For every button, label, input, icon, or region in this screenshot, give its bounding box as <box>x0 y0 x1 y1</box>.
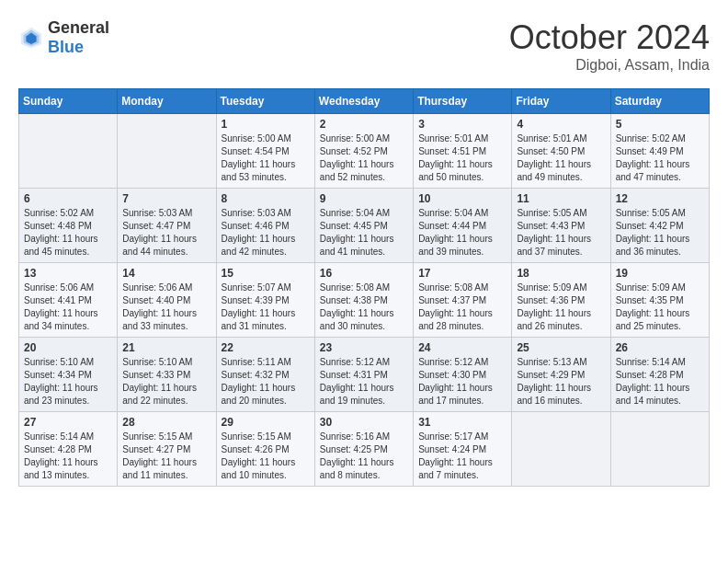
calendar-cell: 2 Sunrise: 5:00 AM Sunset: 4:52 PM Dayli… <box>314 114 413 189</box>
calendar-cell: 10 Sunrise: 5:04 AM Sunset: 4:44 PM Dayl… <box>414 189 512 263</box>
sunrise-text: Sunrise: 5:12 AM <box>320 357 390 367</box>
daylight-text: Daylight: 11 hours and 47 minutes. <box>616 159 690 182</box>
day-number: 12 <box>616 192 704 205</box>
sunrise-text: Sunrise: 5:07 AM <box>222 282 291 293</box>
day-info: Sunrise: 5:04 AM Sunset: 4:44 PM Dayligh… <box>418 207 506 259</box>
weekday-header-sunday: Sunday <box>19 89 118 114</box>
calendar-cell: 15 Sunrise: 5:07 AM Sunset: 4:39 PM Dayl… <box>216 263 314 338</box>
sunset-text: Sunset: 4:41 PM <box>24 295 92 305</box>
sunset-text: Sunset: 4:28 PM <box>24 444 92 454</box>
sunrise-text: Sunrise: 5:09 AM <box>517 282 586 293</box>
day-info: Sunrise: 5:05 AM Sunset: 4:43 PM Dayligh… <box>517 207 605 259</box>
daylight-text: Daylight: 11 hours and 44 minutes. <box>122 234 197 257</box>
sunset-text: Sunset: 4:51 PM <box>418 146 486 156</box>
sunset-text: Sunset: 4:43 PM <box>517 221 585 231</box>
sunset-text: Sunset: 4:38 PM <box>320 295 388 305</box>
calendar-cell <box>19 114 118 189</box>
daylight-text: Daylight: 11 hours and 11 minutes. <box>122 457 197 480</box>
day-info: Sunrise: 5:06 AM Sunset: 4:41 PM Dayligh… <box>24 282 112 333</box>
calendar-cell: 16 Sunrise: 5:08 AM Sunset: 4:38 PM Dayl… <box>314 263 413 338</box>
weekday-header-friday: Friday <box>512 89 610 114</box>
calendar-cell: 8 Sunrise: 5:03 AM Sunset: 4:46 PM Dayli… <box>216 189 314 263</box>
day-info: Sunrise: 5:13 AM Sunset: 4:29 PM Dayligh… <box>517 356 605 408</box>
calendar-cell: 27 Sunrise: 5:14 AM Sunset: 4:28 PM Dayl… <box>19 412 118 487</box>
day-info: Sunrise: 5:09 AM Sunset: 4:36 PM Dayligh… <box>517 282 605 333</box>
sunset-text: Sunset: 4:27 PM <box>122 444 190 454</box>
calendar-cell: 28 Sunrise: 5:15 AM Sunset: 4:27 PM Dayl… <box>118 412 216 487</box>
day-number: 8 <box>222 192 310 205</box>
sunrise-text: Sunrise: 5:10 AM <box>24 357 94 367</box>
day-info: Sunrise: 5:03 AM Sunset: 4:47 PM Dayligh… <box>122 207 210 259</box>
weekday-header-row: SundayMondayTuesdayWednesdayThursdayFrid… <box>19 89 710 114</box>
day-number: 28 <box>122 416 210 429</box>
sunrise-text: Sunrise: 5:03 AM <box>222 208 291 218</box>
sunset-text: Sunset: 4:40 PM <box>122 295 190 305</box>
day-number: 5 <box>616 118 704 131</box>
sunset-text: Sunset: 4:34 PM <box>24 370 92 380</box>
sunset-text: Sunset: 4:29 PM <box>517 370 585 380</box>
daylight-text: Daylight: 11 hours and 25 minutes. <box>616 308 690 331</box>
day-number: 24 <box>418 341 506 354</box>
calendar-cell <box>118 114 216 189</box>
sunset-text: Sunset: 4:30 PM <box>418 370 486 380</box>
calendar-cell: 23 Sunrise: 5:12 AM Sunset: 4:31 PM Dayl… <box>314 338 413 412</box>
sunset-text: Sunset: 4:54 PM <box>222 146 290 156</box>
sunrise-text: Sunrise: 5:09 AM <box>616 282 686 293</box>
day-number: 7 <box>122 192 210 205</box>
sunset-text: Sunset: 4:47 PM <box>122 221 190 231</box>
sunset-text: Sunset: 4:45 PM <box>320 221 388 231</box>
day-info: Sunrise: 5:12 AM Sunset: 4:31 PM Dayligh… <box>320 356 408 408</box>
logo-blue: Blue <box>48 38 84 56</box>
day-info: Sunrise: 5:16 AM Sunset: 4:25 PM Dayligh… <box>320 431 408 482</box>
day-number: 25 <box>517 341 605 354</box>
day-info: Sunrise: 5:05 AM Sunset: 4:42 PM Dayligh… <box>616 207 704 259</box>
logo: General Blue <box>18 18 109 57</box>
day-info: Sunrise: 5:02 AM Sunset: 4:48 PM Dayligh… <box>24 207 112 259</box>
calendar-cell: 7 Sunrise: 5:03 AM Sunset: 4:47 PM Dayli… <box>118 189 216 263</box>
sunrise-text: Sunrise: 5:14 AM <box>24 431 94 442</box>
daylight-text: Daylight: 11 hours and 50 minutes. <box>418 159 493 182</box>
daylight-text: Daylight: 11 hours and 19 minutes. <box>320 383 394 406</box>
day-info: Sunrise: 5:10 AM Sunset: 4:33 PM Dayligh… <box>122 356 210 408</box>
day-number: 16 <box>320 267 408 280</box>
day-info: Sunrise: 5:03 AM Sunset: 4:46 PM Dayligh… <box>222 207 310 259</box>
calendar-cell: 20 Sunrise: 5:10 AM Sunset: 4:34 PM Dayl… <box>19 338 118 412</box>
day-number: 2 <box>320 118 408 131</box>
sunset-text: Sunset: 4:24 PM <box>418 444 486 454</box>
daylight-text: Daylight: 11 hours and 22 minutes. <box>122 383 197 406</box>
sunset-text: Sunset: 4:48 PM <box>24 221 92 231</box>
sunrise-text: Sunrise: 5:05 AM <box>616 208 686 218</box>
day-number: 13 <box>24 267 112 280</box>
calendar-cell: 30 Sunrise: 5:16 AM Sunset: 4:25 PM Dayl… <box>314 412 413 487</box>
daylight-text: Daylight: 11 hours and 33 minutes. <box>122 308 197 331</box>
day-number: 14 <box>122 267 210 280</box>
daylight-text: Daylight: 11 hours and 49 minutes. <box>517 159 591 182</box>
sunrise-text: Sunrise: 5:04 AM <box>418 208 488 218</box>
calendar-cell <box>512 412 610 487</box>
day-info: Sunrise: 5:00 AM Sunset: 4:54 PM Dayligh… <box>222 132 310 184</box>
day-number: 6 <box>24 192 112 205</box>
day-info: Sunrise: 5:08 AM Sunset: 4:37 PM Dayligh… <box>418 282 506 333</box>
daylight-text: Daylight: 11 hours and 26 minutes. <box>517 308 591 331</box>
day-info: Sunrise: 5:14 AM Sunset: 4:28 PM Dayligh… <box>24 431 112 482</box>
sunset-text: Sunset: 4:32 PM <box>222 370 290 380</box>
day-info: Sunrise: 5:15 AM Sunset: 4:26 PM Dayligh… <box>222 431 310 482</box>
day-number: 26 <box>616 341 704 354</box>
weekday-header-saturday: Saturday <box>610 89 709 114</box>
sunrise-text: Sunrise: 5:15 AM <box>122 431 192 442</box>
sunset-text: Sunset: 4:25 PM <box>320 444 388 454</box>
day-number: 9 <box>320 192 408 205</box>
sunrise-text: Sunrise: 5:16 AM <box>320 431 390 442</box>
sunrise-text: Sunrise: 5:13 AM <box>517 357 586 367</box>
day-info: Sunrise: 5:01 AM Sunset: 4:50 PM Dayligh… <box>517 132 605 184</box>
weekday-header-tuesday: Tuesday <box>216 89 314 114</box>
sunset-text: Sunset: 4:50 PM <box>517 146 585 156</box>
day-info: Sunrise: 5:12 AM Sunset: 4:30 PM Dayligh… <box>418 356 506 408</box>
day-info: Sunrise: 5:01 AM Sunset: 4:51 PM Dayligh… <box>418 132 506 184</box>
day-number: 30 <box>320 416 408 429</box>
daylight-text: Daylight: 11 hours and 36 minutes. <box>616 234 690 257</box>
calendar-table: SundayMondayTuesdayWednesdayThursdayFrid… <box>18 88 710 487</box>
sunrise-text: Sunrise: 5:10 AM <box>122 357 192 367</box>
day-number: 27 <box>24 416 112 429</box>
day-info: Sunrise: 5:09 AM Sunset: 4:35 PM Dayligh… <box>616 282 704 333</box>
